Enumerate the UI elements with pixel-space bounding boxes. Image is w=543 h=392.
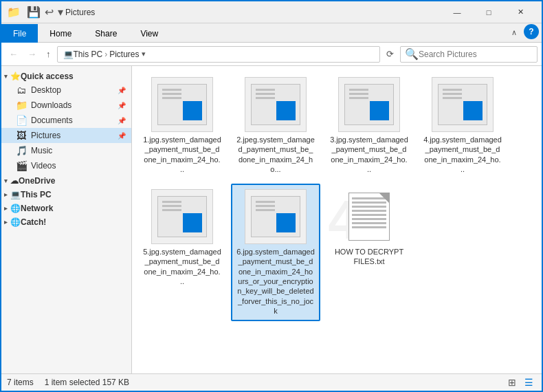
path-dropdown-btn[interactable]: ▾ (140, 50, 148, 58)
file-name-7: HOW TO DECRYPT FILES.txt (330, 247, 408, 267)
sidebar-item-pictures[interactable]: 🖼 Pictures 📌 (1, 128, 131, 143)
refresh-button[interactable]: ⟳ (383, 47, 397, 61)
search-icon: 🔍 (405, 47, 419, 61)
main-layout: ▾ ⭐ Quick access 🗂 Desktop 📌 📁 Downloads… (1, 66, 542, 373)
thispc-icon: 💻 (10, 190, 21, 199)
thispc-header[interactable]: ▸ 💻 This PC (1, 187, 131, 201)
selected-info: 1 item selected 157 KB (45, 378, 129, 387)
save-icon: 💾 (27, 6, 41, 18)
file-thumbnail-6 (245, 189, 307, 244)
file-thumbnail-1 (151, 77, 213, 132)
sidebar-videos-label: Videos (31, 161, 126, 171)
content-area: 47 1.jpg.system_damaged_payment_must_be_… (132, 66, 542, 373)
files-grid: 1.jpg.system_damaged_payment_must_be_don… (137, 72, 536, 321)
file-name-1: 1.jpg.system_damaged_payment_must_be_don… (143, 135, 221, 174)
sidebar-item-documents[interactable]: 📄 Documents 📌 (1, 113, 131, 128)
txt-file-icon (348, 193, 390, 241)
status-right: ⊞ ☰ (505, 375, 536, 389)
tab-share[interactable]: Share (83, 24, 129, 43)
status-bar: 7 items 1 item selected 157 KB ⊞ ☰ (1, 373, 542, 390)
file-thumbnail-4 (432, 77, 494, 132)
sidebar-item-downloads[interactable]: 📁 Downloads 📌 (1, 98, 131, 113)
downloads-icon: 📁 (15, 100, 27, 111)
file-item-5[interactable]: 5.jpg.system_damaged_payment_must_be_don… (137, 184, 227, 321)
documents-icon: 📄 (15, 115, 27, 126)
maximize-button[interactable]: □ (473, 1, 505, 23)
quick-save-btn[interactable]: 💾 (25, 6, 43, 19)
address-path[interactable]: 💻 This PC › Pictures ▾ (57, 46, 381, 63)
thispc-label: This PC (21, 190, 52, 199)
item-count: 7 items (7, 378, 34, 387)
quick-access-label: Quick access (21, 72, 74, 81)
undo-icon: ↩ (45, 6, 54, 18)
pictures-icon: 🖼 (15, 130, 27, 141)
up-button[interactable]: ↑ (43, 46, 54, 62)
qs-dropdown-btn[interactable]: ▾ (56, 6, 65, 19)
file-name-2: 2.jpeg.system_damaged_payment_must_be_do… (236, 135, 315, 174)
search-box[interactable]: 🔍 (400, 46, 538, 63)
file-name-5: 5.jpg.system_damaged_payment_must_be_don… (143, 247, 221, 286)
catch-header[interactable]: ▸ 🌐 Catch! (1, 215, 131, 228)
sidebar-item-videos[interactable]: 🎬 Videos (1, 158, 131, 173)
sidebar-item-music[interactable]: 🎵 Music (1, 143, 131, 158)
close-button[interactable]: ✕ (505, 1, 536, 23)
desktop-icon: 🗂 (15, 85, 27, 96)
forward-button[interactable]: → (24, 46, 40, 62)
file-item-1[interactable]: 1.jpg.system_damaged_payment_must_be_don… (137, 72, 227, 179)
grid-view-button[interactable]: ⊞ (505, 375, 519, 389)
tab-view[interactable]: View (129, 24, 170, 43)
window-icon: 📁 (7, 6, 21, 19)
onedrive-header[interactable]: ▾ ☁ OneDrive (1, 173, 131, 187)
file-name-4: 4.jpg.system_damaged_payment_must_be_don… (423, 135, 502, 174)
minimize-button[interactable]: — (441, 1, 473, 23)
path-pictures: Pictures (109, 50, 139, 59)
network-header[interactable]: ▸ 🌐 Network (1, 201, 131, 215)
network-label: Network (21, 204, 53, 213)
catch-label: Catch! (21, 217, 46, 227)
ribbon-tabs-row: File Home Share View ∧ ? (1, 23, 542, 42)
title-bar: 📁 💾 ↩ ▾ Pictures — □ ✕ (1, 1, 542, 23)
thispc-expand-icon: ▸ (4, 191, 8, 198)
onedrive-expand-icon: ▾ (4, 177, 8, 184)
quick-access-header[interactable]: ▾ ⭐ Quick access (1, 69, 131, 83)
onedrive-icon: ☁ (10, 176, 19, 186)
documents-pin-icon: 📌 (118, 117, 126, 124)
file-name-3: 3.jpg.system_damaged_payment_must_be_don… (330, 135, 408, 174)
file-thumbnail-3 (338, 77, 400, 132)
tab-file[interactable]: File (1, 24, 38, 43)
undo-btn[interactable]: ↩ (43, 6, 56, 19)
file-thumbnail-7 (338, 189, 400, 244)
qs-dropdown-icon: ▾ (58, 6, 63, 18)
sidebar-pictures-label: Pictures (31, 131, 116, 140)
pictures-pin-icon: 📌 (118, 132, 126, 140)
quick-access-expand-icon: ▾ (4, 73, 8, 80)
file-item-2[interactable]: 2.jpeg.system_damaged_payment_must_be_do… (231, 72, 320, 179)
tab-home[interactable]: Home (38, 24, 83, 43)
ribbon-collapse-btn[interactable]: ∧ (507, 25, 521, 40)
file-item-3[interactable]: 3.jpg.system_damaged_payment_must_be_don… (324, 72, 414, 179)
sidebar-downloads-label: Downloads (31, 100, 116, 110)
file-item-6[interactable]: 6.jpg.system_damaged_payment_must_be_don… (231, 184, 320, 321)
file-name-6: 6.jpg.system_damaged_payment_must_be_don… (236, 247, 315, 316)
file-item-4[interactable]: 4.jpg.system_damaged_payment_must_be_don… (418, 72, 507, 179)
file-thumbnail-5 (151, 189, 213, 244)
sidebar-music-label: Music (31, 146, 126, 155)
sidebar-item-desktop[interactable]: 🗂 Desktop 📌 (1, 83, 131, 98)
music-icon: 🎵 (15, 145, 27, 156)
list-view-button[interactable]: ☰ (522, 375, 536, 389)
sidebar-documents-label: Documents (31, 116, 116, 125)
catch-icon: 🌐 (10, 217, 21, 227)
network-expand-icon: ▸ (4, 205, 8, 212)
search-input[interactable] (419, 50, 533, 59)
back-button[interactable]: ← (5, 46, 21, 62)
sidebar: ▾ ⭐ Quick access 🗂 Desktop 📌 📁 Downloads… (1, 66, 132, 373)
address-bar: ← → ↑ 💻 This PC › Pictures ▾ ⟳ 🔍 (1, 43, 542, 66)
downloads-pin-icon: 📌 (118, 102, 126, 109)
path-separator-1: › (104, 50, 107, 59)
help-button[interactable]: ? (524, 24, 539, 39)
file-item-7[interactable]: HOW TO DECRYPT FILES.txt (324, 184, 414, 321)
window-title: Pictures (65, 8, 441, 17)
videos-icon: 🎬 (15, 160, 27, 171)
onedrive-label: OneDrive (19, 176, 55, 186)
ribbon: File Home Share View ∧ ? (1, 23, 542, 43)
